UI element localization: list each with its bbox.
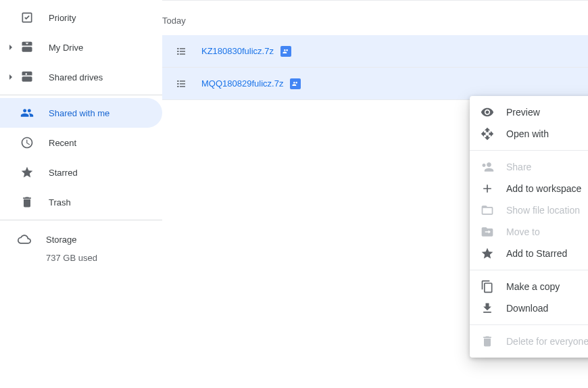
ctx-delete-for-everyone: Delete for everyone xyxy=(470,331,588,352)
file-list: KZ180830fulicz.7z MQQ180829fulicz.7z xyxy=(162,35,588,100)
file-row[interactable]: MQQ180829fulicz.7z xyxy=(162,68,588,100)
ctx-label: Add to Starred xyxy=(506,248,588,259)
sidebar-item-recent[interactable]: Recent xyxy=(0,128,162,157)
ctx-label: Move to xyxy=(506,226,588,237)
expand-arrow-icon[interactable] xyxy=(5,45,16,50)
file-type-icon xyxy=(176,78,189,89)
ctx-share: Share xyxy=(470,156,588,178)
ctx-label: Open with xyxy=(506,128,588,139)
expand-arrow-icon[interactable] xyxy=(5,74,16,80)
ctx-separator xyxy=(470,270,588,270)
eye-icon xyxy=(481,105,494,119)
trash-icon xyxy=(481,335,494,348)
ctx-download[interactable]: Download xyxy=(470,297,588,319)
ctx-label: Show file location xyxy=(506,205,588,216)
ctx-label: Add to workspace xyxy=(506,183,588,194)
shared-badge-icon xyxy=(290,78,301,89)
ctx-add-to-workspace[interactable]: Add to workspace xyxy=(470,178,588,199)
file-row[interactable]: KZ180830fulicz.7z xyxy=(162,35,588,68)
priority-icon xyxy=(19,9,35,26)
svg-point-5 xyxy=(178,86,179,87)
sidebar-item-label: My Drive xyxy=(49,43,83,53)
app-root: Priority My Drive Shared drives xyxy=(0,0,588,388)
file-type-icon xyxy=(176,46,189,57)
svg-point-0 xyxy=(178,48,179,49)
sidebar-storage[interactable]: Storage 737 GB used xyxy=(0,223,162,263)
ctx-label: Preview xyxy=(506,107,588,118)
share-icon xyxy=(481,160,494,174)
sidebar-item-label: Starred xyxy=(49,168,78,178)
sidebar-item-shared-drives[interactable]: Shared drives xyxy=(0,62,162,92)
svg-point-1 xyxy=(178,51,179,52)
copy-icon xyxy=(481,280,494,293)
ctx-label: Make a copy xyxy=(506,281,588,292)
plus-icon xyxy=(481,182,494,195)
recent-icon xyxy=(19,135,35,151)
ctx-label: Delete for everyone xyxy=(506,336,588,347)
storage-used: 737 GB used xyxy=(46,253,162,263)
file-name: KZ180830fulicz.7z xyxy=(201,46,274,56)
divider xyxy=(0,95,162,95)
main-content: Today KZ180830fulicz.7z MQQ180829fulicz.… xyxy=(162,0,588,388)
move-to-icon xyxy=(481,225,494,239)
svg-point-3 xyxy=(178,80,179,82)
folder-icon xyxy=(481,203,494,217)
ctx-separator xyxy=(470,150,588,151)
sidebar-item-starred[interactable]: Starred xyxy=(0,157,162,187)
ctx-show-file-location: Show file location xyxy=(470,199,588,221)
sidebar-item-trash[interactable]: Trash xyxy=(0,187,162,217)
shared-badge-icon xyxy=(280,46,291,57)
starred-icon xyxy=(19,164,35,180)
sidebar-item-label: Priority xyxy=(49,13,76,23)
ctx-add-to-starred[interactable]: Add to Starred xyxy=(470,243,588,264)
sidebar-item-priority[interactable]: Priority xyxy=(0,3,162,32)
svg-point-4 xyxy=(178,83,179,84)
cloud-icon xyxy=(16,231,32,247)
sidebar-item-label: Recent xyxy=(49,138,76,148)
trash-icon xyxy=(19,194,35,210)
divider xyxy=(0,220,162,220)
section-heading: Today xyxy=(162,16,588,26)
star-icon xyxy=(481,247,494,260)
ctx-label: Download xyxy=(506,303,588,314)
sidebar-item-my-drive[interactable]: My Drive xyxy=(0,32,162,62)
ctx-separator xyxy=(470,324,588,325)
open-with-icon xyxy=(481,127,494,141)
ctx-preview[interactable]: Preview xyxy=(470,101,588,123)
ctx-move-to: Move to xyxy=(470,221,588,243)
file-name: MQQ180829fulicz.7z xyxy=(201,78,283,89)
storage-title: Storage xyxy=(46,235,77,245)
sidebar-item-label: Trash xyxy=(49,197,71,208)
svg-point-2 xyxy=(178,53,179,55)
download-icon xyxy=(481,301,494,315)
shared-drives-icon xyxy=(19,69,35,85)
ctx-make-a-copy[interactable]: Make a copy xyxy=(470,276,588,297)
ctx-label: Share xyxy=(506,162,588,172)
context-menu: Preview Open with Share xyxy=(470,96,588,358)
ctx-open-with[interactable]: Open with xyxy=(470,123,588,145)
my-drive-icon xyxy=(19,39,35,55)
sidebar-item-label: Shared drives xyxy=(49,72,103,82)
shared-with-me-icon xyxy=(19,105,35,121)
sidebar-item-shared-with-me[interactable]: Shared with me xyxy=(0,98,162,128)
sidebar-item-label: Shared with me xyxy=(49,108,109,118)
sidebar: Priority My Drive Shared drives xyxy=(0,0,162,388)
